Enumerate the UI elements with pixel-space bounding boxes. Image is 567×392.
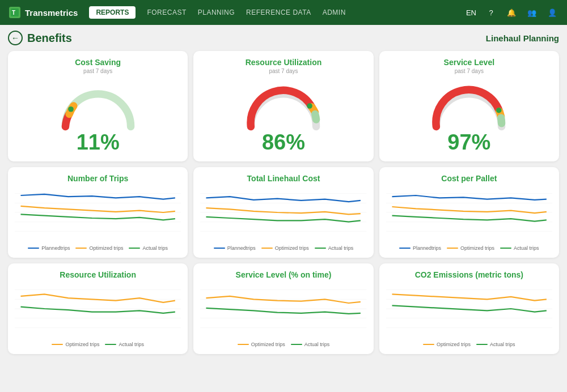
legend-dot-planned-3 bbox=[399, 248, 411, 249]
legend-planned-3: Plannedtrips bbox=[399, 245, 441, 251]
legend-label-optimized-5: Optimized trips bbox=[251, 342, 285, 347]
linehaul-cost-chart bbox=[200, 184, 366, 241]
legend-dot-actual-5 bbox=[291, 344, 302, 345]
logo: T Transmetrics bbox=[9, 7, 78, 18]
nav-links: FORECAST PLANNING REFERENCE DATA ADMIN bbox=[147, 8, 455, 16]
legend-optimized: Optimized trips bbox=[75, 245, 123, 251]
legend-dot-optimized-4 bbox=[52, 344, 63, 345]
legend-label-planned-2: Plannedtrips bbox=[227, 245, 256, 251]
legend-label-actual-4: Actual trips bbox=[119, 342, 144, 347]
legend-optimized-5: Optimized trips bbox=[238, 342, 285, 347]
cost-saving-gauge bbox=[53, 79, 143, 133]
svg-point-2 bbox=[68, 106, 74, 112]
service-level-title: Service Level bbox=[444, 58, 495, 67]
cost-pallet-title: Cost per Pallet bbox=[386, 174, 552, 183]
nav-admin[interactable]: ADMIN bbox=[323, 8, 346, 16]
cost-pallet-card: Cost per Pallet Plannedtrips Optimized bbox=[379, 167, 559, 258]
reports-button[interactable]: REPORTS bbox=[89, 6, 136, 19]
legend-label-actual-2: Actual trips bbox=[328, 245, 354, 251]
legend-actual: Actual trips bbox=[129, 245, 168, 251]
legend-label-optimized-2: Optimized trips bbox=[275, 245, 309, 251]
resource-util-chart-title: Resource Utilization bbox=[15, 270, 181, 279]
svg-point-4 bbox=[496, 108, 502, 113]
legend-actual-label: Actual trips bbox=[142, 245, 168, 251]
co2-chart-title: CO2 Emissions (metric tons) bbox=[386, 270, 552, 279]
resource-util-chart bbox=[15, 280, 181, 337]
svg-point-3 bbox=[307, 103, 312, 109]
linehaul-cost-legend: Plannedtrips Optimized trips Actual trip… bbox=[200, 245, 366, 251]
logo-text: Transmetrics bbox=[25, 8, 78, 18]
cost-saving-card: Cost Saving past 7 days 11% bbox=[8, 51, 188, 161]
cost-saving-title: Cost Saving bbox=[75, 58, 121, 67]
legend-optimized-label: Optimized trips bbox=[89, 245, 123, 251]
legend-dot-actual-2 bbox=[315, 248, 326, 249]
legend-dot-planned-2 bbox=[214, 248, 225, 249]
legend-optimized-3: Optimized trips bbox=[447, 245, 494, 251]
nav-planning[interactable]: PLANNING bbox=[198, 8, 235, 16]
legend-dot-optimized-3 bbox=[447, 248, 458, 249]
back-button[interactable]: ← bbox=[8, 31, 23, 45]
legend-planned: Plannedtrips bbox=[28, 245, 70, 251]
legend-actual-5: Actual trips bbox=[291, 342, 330, 347]
trips-chart-title: Number of Trips bbox=[15, 174, 181, 183]
legend-actual-3: Actual trips bbox=[500, 245, 539, 251]
help-icon[interactable]: ? bbox=[485, 7, 497, 18]
service-level-chart-title: Service Level (% on time) bbox=[200, 270, 366, 279]
service-level-value: 97% bbox=[447, 130, 490, 155]
service-level-subtitle: past 7 days bbox=[455, 68, 484, 74]
dashboard-grid: Cost Saving past 7 days 11% Resource Uti… bbox=[8, 51, 559, 354]
legend-dot-actual-3 bbox=[500, 248, 511, 249]
notification-icon[interactable]: 🔔 bbox=[506, 7, 517, 18]
co2-chart-card: CO2 Emissions (metric tons) Optimized tr… bbox=[379, 263, 559, 354]
page-header: ← Benefits Linehaul Planning bbox=[8, 31, 559, 45]
legend-dot-actual-4 bbox=[105, 344, 116, 345]
cost-saving-subtitle: past 7 days bbox=[83, 68, 112, 74]
trips-legend: Plannedtrips Optimized trips Actual trip… bbox=[15, 245, 181, 251]
trips-chart bbox=[15, 184, 181, 241]
nav-right: EN ? 🔔 👥 👤 bbox=[466, 7, 558, 18]
legend-label-actual-3: Actual trips bbox=[514, 245, 539, 251]
cost-pallet-chart bbox=[386, 184, 552, 241]
legend-label-actual-6: Actual trips bbox=[490, 342, 515, 347]
legend-optimized-dot bbox=[75, 248, 87, 249]
cost-saving-value: 11% bbox=[77, 130, 120, 155]
service-level-gauge bbox=[424, 79, 514, 133]
trips-chart-card: Number of Trips Plannedtrips bbox=[8, 167, 188, 258]
user-group-icon[interactable]: 👥 bbox=[526, 7, 538, 18]
legend-label-optimized-4: Optimized trips bbox=[65, 342, 99, 347]
nav-reference-data[interactable]: REFERENCE DATA bbox=[246, 8, 311, 16]
legend-planned-dot bbox=[28, 248, 39, 249]
legend-actual-dot bbox=[129, 248, 140, 249]
legend-dot-optimized-2 bbox=[261, 248, 273, 249]
legend-actual-6: Actual trips bbox=[476, 342, 515, 347]
legend-planned-label: Plannedtrips bbox=[41, 245, 70, 251]
service-level-gauge-card: Service Level past 7 days 97% bbox=[379, 51, 559, 161]
legend-actual-2: Actual trips bbox=[315, 245, 354, 251]
page-title-group: ← Benefits bbox=[8, 31, 72, 45]
legend-label-actual-5: Actual trips bbox=[304, 342, 330, 347]
legend-dot-optimized-6 bbox=[423, 344, 434, 345]
resource-util-legend: Optimized trips Actual trips bbox=[15, 342, 181, 347]
resource-util-gauge bbox=[238, 79, 329, 133]
service-level-chart bbox=[200, 280, 366, 337]
cost-pallet-legend: Plannedtrips Optimized trips Actual trip… bbox=[386, 245, 552, 251]
co2-chart bbox=[386, 280, 552, 337]
co2-legend: Optimized trips Actual trips bbox=[386, 342, 552, 347]
nav-forecast[interactable]: FORECAST bbox=[147, 8, 186, 16]
legend-actual-4: Actual trips bbox=[105, 342, 144, 347]
legend-planned-2: Plannedtrips bbox=[214, 245, 256, 251]
resource-util-chart-card: Resource Utilization Optimized trips Act… bbox=[8, 263, 188, 354]
main-content: ← Benefits Linehaul Planning Cost Saving… bbox=[0, 25, 567, 392]
logo-icon: T bbox=[9, 7, 20, 18]
profile-icon[interactable]: 👤 bbox=[547, 7, 558, 18]
legend-dot-optimized-5 bbox=[238, 344, 249, 345]
resource-util-title: Resource Utilization bbox=[246, 58, 322, 67]
svg-text:T: T bbox=[12, 10, 15, 16]
linehaul-cost-title: Total Linehaul Cost bbox=[200, 174, 366, 183]
page-title: Benefits bbox=[27, 32, 72, 45]
navigation: T Transmetrics REPORTS FORECAST PLANNING… bbox=[0, 0, 567, 25]
legend-label-planned-3: Plannedtrips bbox=[413, 245, 441, 251]
resource-util-subtitle: past 7 days bbox=[269, 68, 298, 74]
language-selector[interactable]: EN bbox=[466, 8, 476, 17]
legend-optimized-6: Optimized trips bbox=[423, 342, 471, 347]
